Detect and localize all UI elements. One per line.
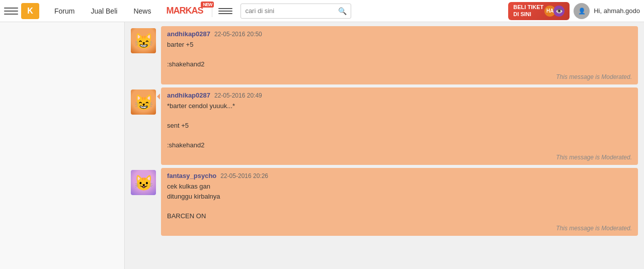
message-body: *barter cendol yuuuk...* sent +5 :shakeh… <box>167 101 632 150</box>
nav-links: Forum Jual Beli News MARKAS NEW <box>46 0 210 22</box>
content-area: andhikap0287 22-05-2016 20:50 barter +5 … <box>125 22 644 269</box>
message-header: andhikap0287 22-05-2016 20:50 <box>167 30 632 38</box>
username[interactable]: andhikap0287 <box>167 30 210 38</box>
message-bubble: andhikap0287 22-05-2016 20:49 *barter ce… <box>161 87 638 165</box>
beli-tiket-text: BELI TIKET DI SINI <box>513 4 543 17</box>
page-wrapper: andhikap0287 22-05-2016 20:50 barter +5 … <box>0 22 644 269</box>
nav-grid-menu[interactable] <box>218 4 232 18</box>
message-line: BARCEN ON <box>167 211 632 221</box>
timestamp: 22-05-2016 20:26 <box>220 172 268 180</box>
message-bubble: andhikap0287 22-05-2016 20:50 barter +5 … <box>161 26 638 84</box>
message-container: andhikap0287 22-05-2016 20:50 barter +5 … <box>125 26 644 84</box>
avatar <box>131 89 156 115</box>
moderated-label: This message is Moderated. <box>167 225 632 232</box>
quote-arrow <box>157 94 160 100</box>
timestamp: 22-05-2016 20:49 <box>214 92 262 99</box>
message-header: andhikap0287 22-05-2016 20:49 <box>167 92 632 99</box>
message-line: :shakehand2 <box>167 59 632 69</box>
search-input[interactable] <box>245 7 338 15</box>
message-container: andhikap0287 22-05-2016 20:49 *barter ce… <box>125 87 644 165</box>
avatar-face <box>131 170 156 195</box>
nav-forum[interactable]: Forum <box>46 0 83 22</box>
nav-right: BELI TIKET DI SINI HA 👁️ 👤 Hi, ahmah.god… <box>508 2 640 20</box>
nav-news[interactable]: News <box>125 0 159 22</box>
avatar-face <box>131 28 156 53</box>
avatar <box>131 170 156 195</box>
message-line: cek kulkas gan <box>167 182 632 192</box>
site-logo[interactable]: K <box>21 3 39 19</box>
message-body: cek kulkas gan ditunggu kirbalnya BARCEN… <box>167 182 632 221</box>
nav-jual-beli[interactable]: Jual Beli <box>83 0 125 22</box>
message-line: :shakehand2 <box>167 140 632 150</box>
avatar-col <box>131 26 161 84</box>
avatar <box>131 28 156 53</box>
beli-tiket-chars: HA 👁️ <box>546 6 565 17</box>
message-bubble: fantasy_psycho 22-05-2016 20:26 cek kulk… <box>161 168 638 236</box>
navbar: K Forum Jual Beli News MARKAS NEW 🔍 BELI… <box>0 0 644 22</box>
search-bar[interactable]: 🔍 <box>240 4 351 19</box>
moderated-label: This message is Moderated. <box>167 73 632 80</box>
username[interactable]: fantasy_psycho <box>167 172 216 180</box>
message-container: fantasy_psycho 22-05-2016 20:26 cek kulk… <box>125 168 644 236</box>
markas-logo: MARKAS NEW <box>166 6 203 16</box>
message-line: ditunggu kirbalnya <box>167 192 632 202</box>
user-avatar[interactable]: 👤 <box>574 3 590 19</box>
message-line: *barter cendol yuuuk...* <box>167 101 632 111</box>
avatar-col <box>131 168 161 236</box>
username[interactable]: andhikap0287 <box>167 92 210 99</box>
beli-tiket-button[interactable]: BELI TIKET DI SINI HA 👁️ <box>508 2 570 20</box>
message-line: sent +5 <box>167 121 632 131</box>
message-body: barter +5 :shakehand2 <box>167 40 632 69</box>
message-header: fantasy_psycho 22-05-2016 20:26 <box>167 172 632 180</box>
sidebar <box>0 22 125 269</box>
new-badge: NEW <box>201 2 214 8</box>
avatar-col <box>131 87 161 165</box>
hi-username[interactable]: Hi, ahmah.godo <box>594 7 640 15</box>
moderated-label: This message is Moderated. <box>167 154 632 161</box>
timestamp: 22-05-2016 20:50 <box>214 31 262 38</box>
avatar-face <box>131 89 156 115</box>
hamburger-menu[interactable] <box>4 4 18 18</box>
message-line: barter +5 <box>167 40 632 50</box>
nav-markas[interactable]: MARKAS NEW <box>159 0 210 22</box>
search-icon[interactable]: 🔍 <box>338 7 347 15</box>
